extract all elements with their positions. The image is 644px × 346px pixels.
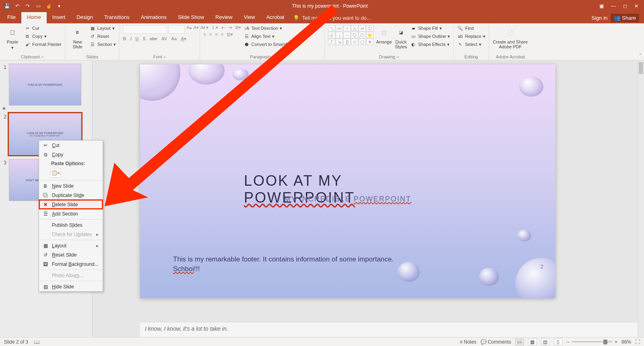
tab-file[interactable]: File (0, 12, 21, 23)
slide-sorter-view-button[interactable]: ▦ (528, 338, 537, 346)
font-family-combo[interactable] (123, 25, 167, 34)
new-slide-button[interactable]: 🗎 New Slide (68, 25, 87, 49)
tell-me-search[interactable]: 💡 Tell me what you want to do... (293, 12, 371, 23)
context-duplicate-slide[interactable]: ⿻Duplicate Slide (39, 191, 103, 200)
spellcheck-icon[interactable]: 📖 (34, 339, 40, 345)
dialog-launcher-icon[interactable]: ⌐ (41, 54, 44, 59)
zoom-knob[interactable] (603, 340, 607, 344)
zoom-slider[interactable]: − + (567, 339, 617, 345)
paste-keep-source-icon[interactable]: 📋A (50, 168, 61, 178)
layout-button[interactable]: ▦Layout ▾ (89, 25, 116, 31)
scrollbar-handle[interactable] (639, 62, 643, 74)
dialog-launcher-icon[interactable]: ⌐ (164, 54, 166, 59)
shadow-button[interactable]: S (142, 36, 145, 41)
context-copy[interactable]: ⧉Copy (39, 150, 103, 159)
char-spacing-button[interactable]: AV (161, 36, 167, 41)
shapes-gallery[interactable]: ＼▭○△▱⬠ ↙↓→⬡⬠⭐ ⤴↘{}☆▢▾ (328, 25, 374, 45)
minimize-icon[interactable]: — (611, 3, 616, 9)
decrease-indent-icon[interactable]: ⇤ (221, 25, 225, 30)
copy-button[interactable]: ⧉Copy ▾ (24, 33, 62, 39)
fit-to-window-icon[interactable]: ⛶ (635, 339, 640, 345)
decrease-font-icon[interactable]: A▾ (194, 25, 199, 34)
line-spacing-icon[interactable]: ≣▾ (235, 25, 241, 30)
context-add-section[interactable]: ☰Add Section (39, 209, 103, 218)
context-format-background[interactable]: 🖼Format Background... (39, 259, 103, 269)
select-button[interactable]: ↖Select ▾ (457, 41, 485, 48)
zoom-track[interactable] (572, 341, 612, 342)
ribbon-display-options-icon[interactable]: ▣ (599, 3, 604, 9)
tab-review[interactable]: Review (210, 12, 238, 23)
context-paste-options[interactable]: 📋A (39, 167, 103, 179)
slide-subtitle[interactable]: MY INCREDIBLE POWERPOINT (284, 195, 411, 203)
bold-button[interactable]: B (123, 36, 126, 41)
replace-button[interactable]: abReplace ▾ (457, 33, 485, 39)
maximize-icon[interactable]: ◻ (623, 3, 627, 9)
align-center-icon[interactable]: ≡ (209, 32, 212, 37)
collapse-ribbon-icon[interactable]: ˄ (639, 53, 642, 58)
shape-outline-button[interactable]: ▭Shape Outline ▾ (410, 33, 450, 39)
cut-button[interactable]: ✂Cut (24, 25, 62, 31)
redo-icon[interactable]: ↷ (24, 2, 31, 10)
create-share-pdf-button[interactable]: 📄 Create and Share Adobe PDF (492, 25, 528, 49)
qat-dropdown-icon[interactable]: ▾ (56, 2, 63, 10)
context-delete-slide[interactable]: ✖Delete Slide (39, 200, 103, 209)
notes-toggle[interactable]: ≡ Notes (460, 339, 477, 345)
find-button[interactable]: 🔍Find (457, 25, 485, 31)
align-right-icon[interactable]: ≡ (215, 32, 217, 37)
slide-canvas[interactable]: LOOK AT MY POWERPOINT MY INCREDIBLE POWE… (140, 64, 555, 298)
numbering-button[interactable]: 1.▾ (212, 25, 218, 30)
section-button[interactable]: ☰Section ▾ (89, 41, 116, 48)
format-painter-button[interactable]: 🖌Format Painter (24, 41, 62, 48)
paste-button[interactable]: 📋 Paste▾ (3, 25, 22, 50)
arrange-button[interactable]: ⬚Arrange (376, 25, 392, 44)
comments-toggle[interactable]: 💬 Comments (481, 339, 511, 345)
vertical-scrollbar[interactable] (638, 60, 644, 337)
save-icon[interactable]: 💾 (3, 2, 10, 10)
dialog-launcher-icon[interactable]: ⌐ (397, 54, 399, 59)
context-layout[interactable]: ▦Layout▸ (39, 241, 103, 250)
normal-view-button[interactable]: ▭ (515, 338, 524, 346)
justify-icon[interactable]: ≡ (221, 32, 223, 37)
increase-font-icon[interactable]: A▴ (186, 25, 192, 34)
sign-in-link[interactable]: Sign in (592, 15, 608, 21)
change-case-button[interactable]: Aa (171, 36, 177, 41)
dialog-launcher-icon[interactable]: ⌐ (272, 54, 275, 59)
smartart-button[interactable]: ⬢Convert to SmartArt ▾ (244, 41, 295, 48)
undo-icon[interactable]: ↶ (14, 2, 21, 10)
notes-pane[interactable]: I know, I know, it's a lot to take in. (140, 322, 638, 337)
underline-button[interactable]: U (135, 36, 138, 41)
tab-view[interactable]: View (238, 12, 261, 23)
font-color-button[interactable]: A▾ (181, 36, 186, 41)
tab-acrobat[interactable]: Acrobat (261, 12, 290, 23)
slide-footer[interactable]: This is my remarkable footer. It contain… (173, 255, 398, 274)
context-publish-slides[interactable]: Publish Slides (39, 220, 103, 230)
reset-button[interactable]: ↺Reset (89, 33, 116, 39)
shape-effects-button[interactable]: ◐Shape Effects ▾ (410, 41, 450, 48)
touch-mode-icon[interactable]: ☝ (45, 2, 52, 10)
quick-styles-button[interactable]: ◪Quick Styles (394, 25, 408, 49)
font-size-combo[interactable] (169, 25, 185, 34)
align-left-icon[interactable]: ≡ (203, 32, 206, 37)
zoom-out-icon[interactable]: − (567, 339, 570, 345)
context-cut[interactable]: ✂CuCutt (39, 141, 103, 150)
context-reset-slide[interactable]: ↺Reset Slide (39, 250, 103, 259)
tab-slideshow[interactable]: Slide Show (172, 12, 210, 23)
thumbnail-1[interactable]: 1 THIS IS MY POWERPOINT (2, 64, 91, 106)
zoom-in-icon[interactable]: + (615, 339, 617, 345)
tab-design[interactable]: Design (71, 12, 98, 23)
close-icon[interactable]: ✕ (634, 3, 638, 9)
text-direction-button[interactable]: ↕AText Direction ▾ (244, 25, 295, 31)
slideshow-view-button[interactable]: ▯ (554, 338, 563, 346)
tab-home[interactable]: Home (21, 12, 47, 23)
context-new-slide[interactable]: 🗎New Slide (39, 181, 103, 191)
zoom-level[interactable]: 86% (621, 339, 631, 345)
share-button[interactable]: 👥 Share (611, 14, 639, 22)
italic-button[interactable]: I (130, 36, 131, 41)
start-from-beginning-icon[interactable]: ▭ (35, 2, 42, 10)
strikethrough-button[interactable]: abc (150, 36, 157, 41)
increase-indent-icon[interactable]: ⇥ (228, 25, 232, 30)
tab-transitions[interactable]: Transitions (99, 12, 135, 23)
tab-insert[interactable]: Insert (47, 12, 71, 23)
columns-icon[interactable]: ▥▾ (227, 32, 233, 37)
shape-fill-button[interactable]: ▰Shape Fill ▾ (410, 25, 450, 31)
